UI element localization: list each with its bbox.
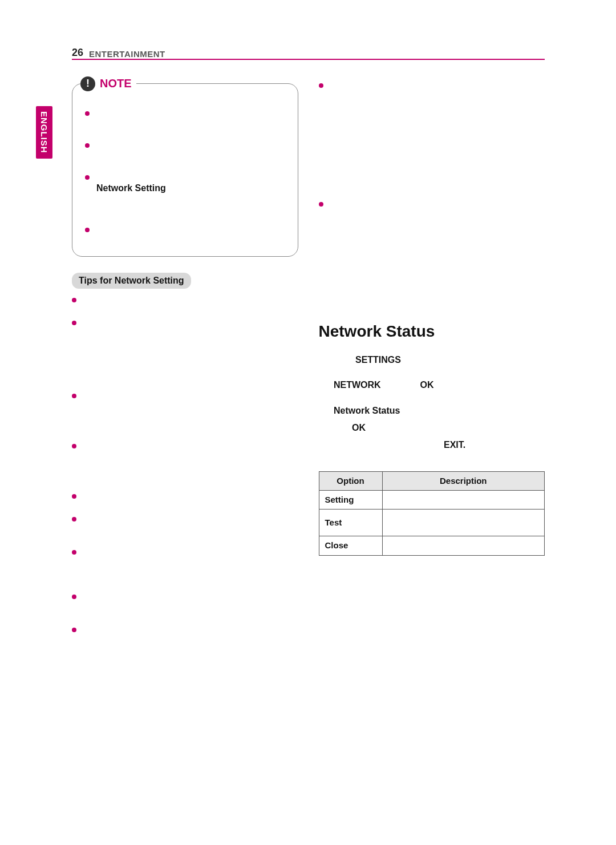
list-item	[319, 199, 545, 307]
bold-text: Network Setting	[96, 183, 166, 193]
page-number: 26	[72, 47, 83, 59]
option-name: Test	[319, 510, 382, 536]
list-item	[319, 80, 545, 188]
step: EXIT.	[319, 436, 545, 454]
page-content: ! NOTE Network Setting	[72, 80, 545, 788]
tip-item	[72, 491, 298, 503]
step: SETTINGS	[319, 351, 545, 369]
table-row: Test	[319, 510, 545, 536]
steps: SETTINGS NETWORK OK Network Status	[319, 351, 545, 454]
tip-item	[72, 440, 298, 480]
manual-page: ENGLISH 26 ENTERTAINMENT ! NOTE	[0, 0, 616, 845]
note-list: Network Setting	[85, 108, 287, 237]
table-header-description: Description	[382, 471, 545, 490]
table-row: Close	[319, 536, 545, 555]
note-label: ! NOTE	[80, 76, 136, 91]
note-item: Network Setting	[85, 172, 287, 205]
tips-list	[72, 294, 298, 658]
table-header-option: Option	[319, 471, 382, 490]
option-desc	[382, 510, 545, 536]
page-header: 26 ENTERTAINMENT	[72, 45, 545, 60]
table-row: Setting	[319, 491, 545, 510]
tips-heading-pill: Tips for Network Setting	[72, 273, 191, 289]
bold-text: Network Status	[334, 406, 400, 415]
note-item	[85, 140, 287, 152]
tip-item	[72, 390, 298, 430]
right-top-list	[319, 80, 545, 307]
info-icon: !	[80, 76, 95, 91]
tip-item	[72, 547, 298, 581]
bold-text: OK	[420, 380, 434, 390]
option-desc	[382, 491, 545, 510]
section-heading: Network Status	[319, 321, 545, 342]
left-column: ! NOTE Network Setting	[72, 80, 298, 669]
note-callout: ! NOTE Network Setting	[72, 83, 298, 257]
right-column: Network Status SETTINGS NETWORK OK	[319, 80, 545, 669]
option-name: Close	[319, 536, 382, 555]
tip-item	[72, 317, 298, 380]
options-table: Option Description Setting Test	[319, 471, 545, 556]
bold-text: SETTINGS	[355, 355, 401, 365]
bold-text: EXIT.	[444, 440, 465, 450]
option-desc	[382, 536, 545, 555]
option-name: Setting	[319, 491, 382, 510]
step: OK	[319, 419, 545, 436]
bold-text: OK	[352, 423, 366, 432]
tip-item	[72, 591, 298, 614]
tip-item	[72, 514, 298, 536]
note-title: NOTE	[100, 76, 132, 91]
section-title: ENTERTAINMENT	[89, 49, 165, 59]
step: Network Status	[319, 402, 545, 419]
note-item	[85, 108, 287, 120]
tip-item	[72, 624, 298, 658]
step: NETWORK OK	[319, 377, 545, 394]
language-tab: ENGLISH	[36, 106, 52, 159]
bold-text: NETWORK	[334, 380, 381, 390]
note-item	[85, 224, 287, 237]
tip-item	[72, 294, 298, 307]
